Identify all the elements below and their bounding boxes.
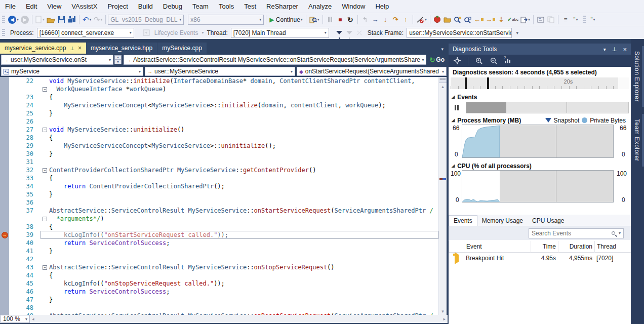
breakpoint-margin[interactable] bbox=[0, 117, 9, 126]
code-line[interactable]: 48 bbox=[0, 304, 438, 312]
menu-item-resharper[interactable]: ReSharper bbox=[261, 1, 303, 12]
breakpoint-margin[interactable] bbox=[0, 198, 9, 207]
va-go-button[interactable]: ↻ Go bbox=[426, 56, 448, 64]
breakpoint-margin[interactable] bbox=[0, 101, 9, 109]
event-row[interactable]: Breakpoint Hit4.95s4,955ms[7020] bbox=[449, 253, 631, 264]
menu-item-project[interactable]: Project bbox=[102, 1, 133, 12]
code-line[interactable]: 31 bbox=[0, 158, 438, 166]
fold-column[interactable] bbox=[41, 117, 49, 126]
spell-check-button[interactable]: ✓abc bbox=[506, 14, 519, 25]
document-tab[interactable]: myservice_service.hpp bbox=[86, 43, 157, 54]
code-line[interactable]: 28{ bbox=[0, 134, 438, 142]
toggle-breakpoints-button[interactable]: ▾ bbox=[415, 14, 428, 25]
events-pause-icon[interactable] bbox=[455, 105, 459, 110]
diag-tab-cpu-usage[interactable]: CPU Usage bbox=[528, 216, 569, 226]
step-over-button[interactable]: ↷ bbox=[390, 14, 400, 25]
code-line[interactable]: 29 MyServiceServiceConcept<MyServiceServ… bbox=[0, 142, 438, 150]
fold-column[interactable] bbox=[41, 182, 49, 190]
va-nav-back-button[interactable]: ← bbox=[473, 14, 485, 25]
code-line[interactable]: 32−ContentProviderCollectionSharedPtr My… bbox=[0, 166, 438, 174]
navigate-back-button[interactable]: ◀▾ bbox=[7, 14, 20, 25]
code-line[interactable]: 33{ bbox=[0, 174, 438, 182]
menu-item-help[interactable]: Help bbox=[370, 1, 394, 12]
breakpoint-margin[interactable] bbox=[0, 215, 9, 223]
fold-column[interactable] bbox=[41, 93, 49, 101]
scope-combo[interactable]: → user::MyServiceService▾ bbox=[145, 67, 295, 76]
search-events-box[interactable]: ▾ bbox=[529, 228, 624, 238]
toggle-flagged-button[interactable]: ⤫ bbox=[354, 27, 365, 38]
stack-frame-combo[interactable]: user::MyServiceService::onStartServiceRe… bbox=[407, 28, 512, 38]
spin-up-icon[interactable]: ▴ bbox=[114, 55, 122, 60]
menu-item-edit[interactable]: Edit bbox=[21, 1, 42, 12]
filter-threads-button[interactable] bbox=[334, 27, 344, 38]
switch-file-button[interactable]: ▾ bbox=[519, 14, 531, 25]
breakpoint-margin[interactable] bbox=[0, 279, 9, 288]
tab-overflow-chevron-icon[interactable]: ▾ bbox=[441, 47, 448, 54]
code-line[interactable]: 44{ bbox=[0, 271, 438, 279]
search-input[interactable] bbox=[532, 230, 612, 237]
collapse-box-icon[interactable]: − bbox=[43, 87, 47, 92]
fold-column[interactable]: − bbox=[41, 263, 49, 271]
breakpoint-margin[interactable] bbox=[0, 247, 9, 255]
fold-column[interactable] bbox=[41, 288, 49, 296]
breakpoint-margin[interactable]: → bbox=[0, 231, 9, 239]
member-combo[interactable]: ◆ onStartServiceRequest(ServiceArguments… bbox=[297, 67, 447, 76]
comment-button[interactable]: ''▾ bbox=[571, 14, 581, 25]
fold-column[interactable]: − bbox=[41, 85, 49, 93]
breakpoint-margin[interactable] bbox=[0, 134, 9, 142]
scroll-right-icon[interactable]: ▸ bbox=[443, 316, 446, 321]
scroll-down-icon[interactable]: ▾ bbox=[439, 308, 447, 315]
code-line[interactable]: 27−void MyServiceService::uninitialize() bbox=[0, 126, 438, 134]
menu-item-build[interactable]: Build bbox=[133, 1, 158, 12]
copy-doc-button[interactable] bbox=[546, 14, 556, 25]
diag-tab-events[interactable]: Events bbox=[449, 215, 477, 226]
column-header-thread[interactable]: Thread bbox=[594, 241, 624, 253]
memory-section-header[interactable]: ◢ Process Memory (MB) Snapshot Private B… bbox=[449, 115, 631, 125]
document-tab[interactable]: myservice_service.cpp⊥× bbox=[0, 43, 86, 54]
menu-item-test[interactable]: Test bbox=[239, 1, 261, 12]
cpu-chart[interactable] bbox=[462, 170, 614, 202]
column-header-event[interactable]: Event bbox=[464, 241, 531, 253]
new-file-button[interactable]: ▾ bbox=[34, 14, 46, 25]
code-line[interactable]: 40 return ServiceControlSuccess; bbox=[0, 239, 438, 247]
fold-column[interactable] bbox=[41, 101, 49, 109]
menu-item-analyze[interactable]: Analyze bbox=[303, 1, 337, 12]
save-all-button[interactable] bbox=[66, 14, 77, 25]
breakpoint-margin[interactable] bbox=[0, 150, 9, 158]
timeline-ruler[interactable]: 20s bbox=[451, 77, 629, 89]
events-track[interactable] bbox=[466, 102, 629, 113]
find-symbol-button[interactable] bbox=[453, 14, 463, 25]
fold-column[interactable] bbox=[41, 190, 49, 198]
list-members-button[interactable] bbox=[536, 14, 546, 25]
code-line[interactable]: 47} bbox=[0, 296, 438, 304]
fold-column[interactable]: − bbox=[41, 215, 49, 223]
debugbar-grip[interactable] bbox=[2, 29, 5, 37]
panel-menu-chevron-icon[interactable]: ▾ bbox=[603, 47, 606, 52]
attach-process-button[interactable]: ▾ bbox=[308, 14, 320, 25]
breakpoint-margin[interactable] bbox=[0, 126, 9, 134]
document-tab[interactable]: myService.cpp bbox=[157, 43, 207, 54]
step-into-button[interactable]: ↓ bbox=[380, 14, 390, 25]
menu-item-view[interactable]: View bbox=[42, 1, 66, 12]
code-line[interactable]: 42 bbox=[0, 255, 438, 263]
debugbar-overflow[interactable]: ▾ bbox=[512, 27, 522, 38]
project-combo[interactable]: myService▾ bbox=[1, 67, 143, 76]
fold-column[interactable]: − bbox=[41, 166, 49, 174]
zoom-out-icon[interactable] bbox=[490, 57, 498, 65]
breakpoint-margin[interactable] bbox=[0, 182, 9, 190]
menu-item-debug[interactable]: Debug bbox=[158, 1, 187, 12]
code-line[interactable]: 43−AbstractService::ServiceControlResult… bbox=[0, 263, 438, 271]
vassistx-button[interactable] bbox=[432, 14, 442, 25]
code-line[interactable]: 36 bbox=[0, 198, 438, 207]
save-button[interactable] bbox=[56, 14, 66, 25]
collapse-box-icon[interactable]: − bbox=[43, 128, 47, 132]
breakpoint-margin[interactable] bbox=[0, 223, 9, 231]
va-context-combo[interactable]: → user.MyServiceService.onSt▾ bbox=[1, 55, 113, 65]
zoom-in-icon[interactable] bbox=[475, 57, 483, 65]
code-line[interactable]: 37AbstractService::ServiceControlResult … bbox=[0, 207, 438, 215]
fold-column[interactable] bbox=[41, 207, 49, 215]
memory-chart[interactable] bbox=[462, 125, 614, 158]
pause-button[interactable] bbox=[325, 14, 335, 25]
breakpoint-margin[interactable] bbox=[0, 255, 9, 263]
breakpoint-margin[interactable] bbox=[0, 263, 9, 271]
